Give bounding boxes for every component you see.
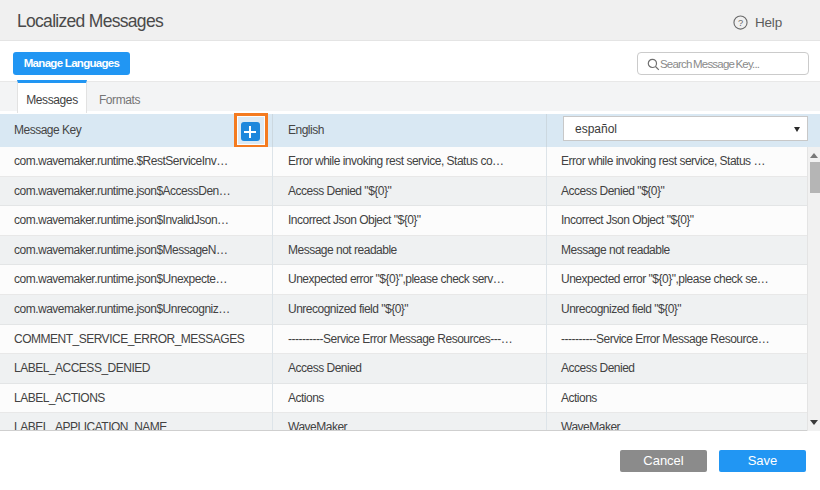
svg-text:?: ? (738, 18, 743, 28)
